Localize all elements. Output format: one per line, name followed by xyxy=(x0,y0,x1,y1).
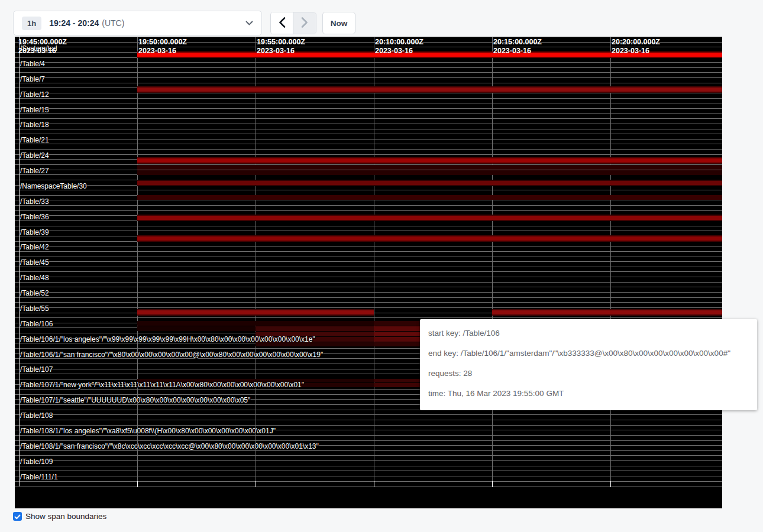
hot-span-band xyxy=(137,215,722,221)
hot-span-band xyxy=(137,326,256,331)
span-label: /Table/108/1/"san francisco"/"\x8c\xcc\x… xyxy=(20,443,319,450)
tooltip-requests: requests: 28 xyxy=(428,363,749,383)
chevron-left-icon xyxy=(279,17,286,30)
span-label: /Table/15 xyxy=(20,106,49,113)
span-label: /Table/27 xyxy=(20,167,49,174)
hot-span-band xyxy=(137,309,374,316)
hot-span-band xyxy=(492,309,722,316)
duration-badge: 1h xyxy=(22,17,41,30)
hot-span-band xyxy=(137,180,722,186)
time-axis xyxy=(15,487,722,508)
tooltip-time: time: Thu, 16 Mar 2023 19:55:00 GMT xyxy=(428,383,749,403)
time-axis-label: 19:55:00.000Z2023-03-16 xyxy=(257,38,305,56)
span-label: /Table/18 xyxy=(20,121,49,128)
chevron-down-icon xyxy=(245,21,253,26)
span-label: /Table/108 xyxy=(20,412,53,419)
time-axis-label: 20:20:00.000Z2023-03-16 xyxy=(612,38,660,56)
span-label: /Table/107/1/"seattle"/"UUUUUUD\x00\x80\… xyxy=(20,397,250,404)
span-label: /Table/48 xyxy=(20,274,49,281)
span-label: /Table/106 xyxy=(20,320,53,327)
hot-span-band xyxy=(137,165,722,170)
time-gridline xyxy=(256,37,256,487)
span-label: /Table/4 xyxy=(20,60,45,67)
show-span-boundaries-checkbox[interactable] xyxy=(13,512,22,521)
time-axis-label: 19:50:00.000Z2023-03-16 xyxy=(138,38,187,56)
span-label: /Table/52 xyxy=(20,290,49,297)
span-label: /Table/21 xyxy=(20,137,49,144)
span-label: /Table/106/1/"san francisco"/"\x80\x00\x… xyxy=(20,351,323,358)
span-label: /Table/33 xyxy=(20,198,49,205)
time-nav-group xyxy=(270,12,316,34)
span-label: /Table/24 xyxy=(20,152,49,159)
span-boundary-lines xyxy=(15,37,722,486)
hot-span-band xyxy=(137,195,722,200)
show-span-boundaries-label: Show span boundaries xyxy=(25,512,106,521)
time-range-dropdown[interactable]: 1h 19:24 - 20:24 (UTC) xyxy=(13,11,262,35)
next-time-button[interactable] xyxy=(293,12,316,34)
span-label: /Table/107 xyxy=(20,366,53,373)
axis-tick-mark xyxy=(256,481,256,487)
time-axis-label: 20:15:00.000Z2023-03-16 xyxy=(493,38,542,56)
chevron-right-icon xyxy=(301,17,308,30)
previous-time-button[interactable] xyxy=(271,12,293,34)
span-label: /Table/55 xyxy=(20,305,49,312)
time-axis-label: 20:10:00.000Z2023-03-16 xyxy=(375,38,423,56)
cell-tooltip: start key: /Table/106 end key: /Table/10… xyxy=(420,319,757,410)
footer: Show span boundaries xyxy=(13,512,106,521)
span-label: /Table/36 xyxy=(20,213,49,220)
hot-span-band xyxy=(256,326,374,331)
hot-span-band xyxy=(137,157,722,164)
span-label: /Table/111/1 xyxy=(20,473,58,481)
key-visualizer-canvas[interactable]: /System/tsd/Table/4/Table/7/Table/12/Tab… xyxy=(15,37,722,508)
time-gridline xyxy=(374,37,374,487)
tooltip-end-key: end key: /Table/106/1/"amsterdam"/"\xb33… xyxy=(428,343,749,363)
span-label: /Table/108/1/"los angeles"/"\xa8\xf5\u00… xyxy=(20,427,276,434)
hot-span-band xyxy=(137,86,722,93)
tooltip-start-key: start key: /Table/106 xyxy=(428,323,749,343)
span-label: /Table/12 xyxy=(20,91,49,98)
time-gridline xyxy=(492,37,493,487)
span-label: /Table/106/1/"los angeles"/"\x99\x99\x99… xyxy=(20,336,315,343)
now-button[interactable]: Now xyxy=(322,12,355,34)
time-axis-label: 19:45:00.000Z2023-03-16 xyxy=(18,38,67,56)
axis-tick-mark xyxy=(492,481,493,487)
axis-tick-mark xyxy=(137,481,138,487)
span-label: /Table/42 xyxy=(20,244,49,251)
span-label: /Table/107/1/"new york"/"\x11\x11\x11\x1… xyxy=(20,381,304,388)
timezone-text: (UTC) xyxy=(102,18,124,28)
axis-tick-mark xyxy=(610,481,611,487)
span-label: /Table/109 xyxy=(20,458,53,465)
time-gridline xyxy=(610,37,611,487)
axis-tick-mark xyxy=(374,481,374,487)
span-label: /Table/7 xyxy=(20,76,45,83)
span-label: /NamespaceTable/30 xyxy=(20,183,87,190)
time-range-text: 19:24 - 20:24 xyxy=(49,18,99,28)
span-label: /Table/39 xyxy=(20,229,49,236)
key-axis-line xyxy=(19,37,20,486)
time-gridline xyxy=(137,37,138,487)
hot-span-band xyxy=(137,170,722,175)
hot-span-band xyxy=(137,235,722,242)
checkmark-icon xyxy=(14,511,21,522)
span-label: /Table/45 xyxy=(20,259,49,266)
